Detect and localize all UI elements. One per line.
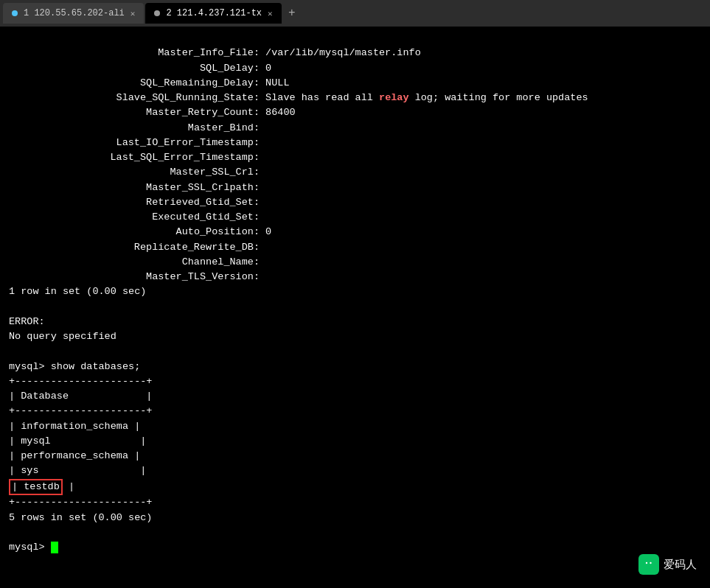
watermark: 爱码人 [638, 554, 697, 575]
tab-2-label: 2 121.4.237.121-tx [166, 8, 262, 18]
tab-1[interactable]: 1 120.55.65.202-ali ✕ [3, 3, 144, 24]
table-row: | performance_schema | [9, 449, 701, 463]
watermark-text: 爱码人 [664, 558, 697, 572]
terminal-data-line: Master_SSL_Crlpath: [9, 181, 701, 195]
terminal-data-line: Master_SSL_Crl: [9, 165, 701, 180]
cursor [51, 542, 58, 553]
mysql-prompt-final[interactable]: mysql> [9, 540, 701, 555]
terminal-data-line: Executed_Gtid_Set: [9, 210, 701, 225]
table-separator-top: +----------------------+ [9, 374, 701, 389]
svg-point-3 [650, 562, 651, 564]
terminal-data-line: Replicate_Rewrite_DB: [9, 240, 701, 255]
table-row: | sys | [9, 463, 701, 478]
terminal-data-line: Master_Info_File:/var/lib/mysql/master.i… [9, 46, 701, 60]
wechat-icon [638, 554, 659, 575]
row-count-line: 1 row in set (0.00 sec) [9, 284, 701, 299]
table-header: | Database | [9, 389, 701, 404]
db-row-count: 5 rows in set (0.00 sec) [9, 511, 701, 525]
tab-1-close[interactable]: ✕ [130, 9, 136, 18]
tab-1-label: 1 120.55.65.202-ali [24, 8, 125, 18]
terminal-content: Master_Info_File:/var/lib/mysql/master.i… [0, 27, 710, 588]
terminal-data-line: Last_SQL_Error_Timestamp: [9, 150, 701, 165]
terminal-data-line: Retrieved_Gtid_Set: [9, 195, 701, 210]
tab-2-dot [154, 10, 160, 16]
terminal-data-line: Slave_SQL_Running_State:Slave has read a… [9, 91, 701, 105]
terminal-data-line: SQL_Delay:0 [9, 61, 701, 76]
error-header: ERROR: [9, 315, 701, 329]
terminal-data-line: Channel_Name: [9, 255, 701, 270]
terminal-data-line: Master_TLS_Version: [9, 270, 701, 284]
table-row: | testdb | [9, 479, 701, 496]
terminal-data-line: Master_Bind: [9, 121, 701, 136]
table-row: | mysql | [9, 434, 701, 449]
error-message: No query specified [9, 329, 701, 344]
tab-1-dot [12, 10, 18, 16]
terminal-data-line: Auto_Position:0 [9, 225, 701, 239]
tab-2[interactable]: 2 121.4.237.121-tx ✕ [145, 3, 281, 24]
terminal-lines: Master_Info_File:/var/lib/mysql/master.i… [9, 46, 701, 555]
tab-bar: 1 120.55.65.202-ali ✕ 2 121.4.237.121-tx… [0, 0, 710, 27]
table-separator-mid: +----------------------+ [9, 404, 701, 419]
terminal-data-line: Master_Retry_Count:86400 [9, 105, 701, 120]
show-databases-command: mysql> show databases; [9, 360, 701, 374]
svg-point-2 [646, 562, 647, 564]
terminal-data-line: SQL_Remaining_Delay:NULL [9, 76, 701, 91]
terminal-data-line: Last_IO_Error_Timestamp: [9, 136, 701, 150]
table-row: | information_schema | [9, 419, 701, 434]
table-separator-bottom: +----------------------+ [9, 495, 701, 510]
new-tab-button[interactable]: + [283, 4, 301, 22]
tab-2-close[interactable]: ✕ [268, 9, 273, 18]
